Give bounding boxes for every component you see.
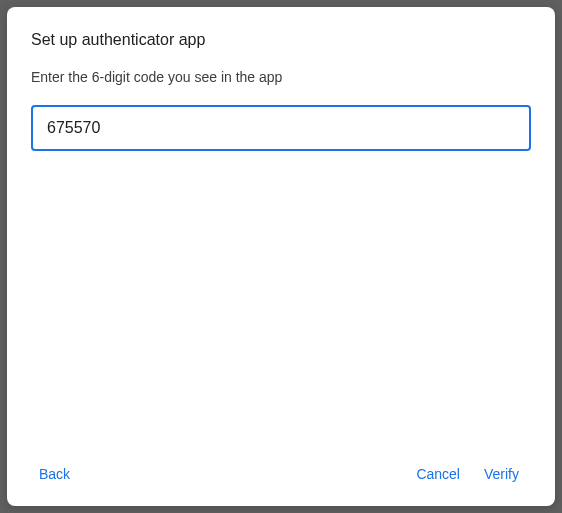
- dialog-instruction: Enter the 6-digit code you see in the ap…: [31, 69, 531, 85]
- verify-button[interactable]: Verify: [472, 458, 531, 490]
- dialog-title: Set up authenticator app: [31, 31, 531, 49]
- cancel-button[interactable]: Cancel: [404, 458, 472, 490]
- code-input[interactable]: [31, 105, 531, 151]
- authenticator-setup-dialog: Set up authenticator app Enter the 6-dig…: [7, 7, 555, 506]
- button-row: Back Cancel Verify: [31, 450, 531, 490]
- back-button[interactable]: Back: [31, 458, 82, 490]
- spacer: [31, 151, 531, 450]
